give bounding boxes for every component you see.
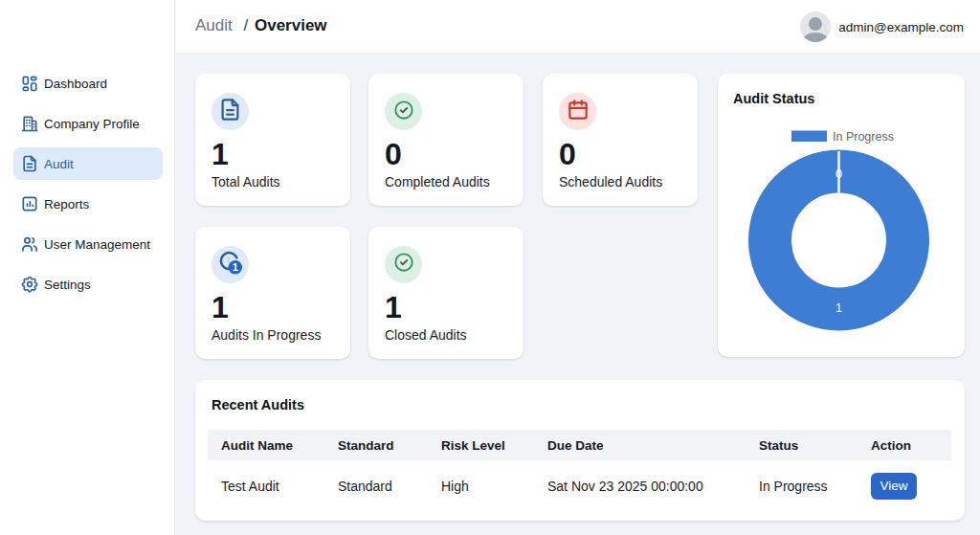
- svg-text:0: 0: [835, 167, 842, 181]
- svg-text:In Progress: In Progress: [833, 130, 894, 144]
- svg-text:1: 1: [835, 301, 842, 315]
- svg-text:1: 1: [233, 261, 238, 273]
